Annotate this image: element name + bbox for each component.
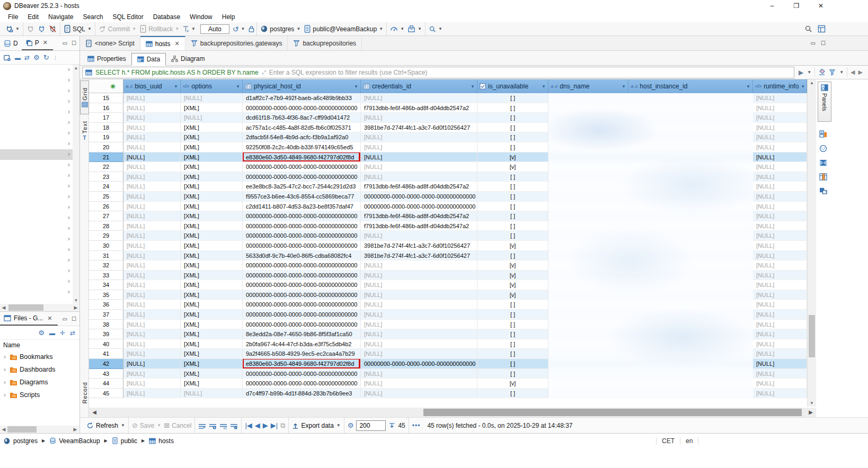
collapse-all-icon[interactable]: ▬ (15, 55, 21, 61)
chevron-right-icon[interactable]: › (68, 108, 70, 115)
cell-physical-host-id[interactable]: 00000000-0000-0000-0000-000000000000 (243, 231, 361, 241)
tree-row[interactable]: › (0, 139, 79, 149)
cell-bios-uuid[interactable]: [NULL] (123, 260, 181, 271)
cell-is-unavailable[interactable]: [v] (477, 379, 548, 389)
chevron-right-icon[interactable]: › (68, 140, 70, 147)
cell-physical-host-id[interactable]: 00000000-0000-0000-0000-000000000000 (243, 271, 361, 281)
tab-projects[interactable]: P ✕ (22, 36, 53, 50)
row-number[interactable]: 36 (89, 300, 123, 310)
files-item-bookmarks[interactable]: ›Bookmarks (0, 350, 79, 363)
cell-runtime-info[interactable]: [NULL] (753, 310, 807, 320)
cell-options[interactable]: [NULL] (181, 113, 243, 123)
chevron-right-icon[interactable]: › (68, 119, 70, 126)
sql-filter-input[interactable]: SELECT h.* FROM public.hosts AS h ORDER … (82, 67, 794, 78)
cell-physical-host-id[interactable]: 00000000-0000-0000-0000-000000000000 (243, 320, 361, 330)
cell-bios-uuid[interactable]: [NULL] (123, 379, 181, 389)
cell-options[interactable]: [XML] (181, 379, 243, 389)
cell-credentials-id[interactable]: [NULL] (361, 379, 477, 389)
cancel-button[interactable]: ⊠ Cancel (164, 421, 191, 429)
chevron-right-icon[interactable]: › (68, 66, 70, 73)
scrollbar-thumb[interactable] (423, 409, 801, 416)
cell-bios-uuid[interactable]: [NULL] (123, 152, 181, 163)
cell-bios-uuid[interactable]: [NULL] (123, 192, 181, 202)
row-number[interactable]: 17 (89, 113, 123, 123)
cell-is-unavailable[interactable]: [ ] (477, 132, 548, 142)
chevron-right-icon[interactable]: › (68, 172, 70, 179)
cell-runtime-info[interactable]: [NULL] (753, 93, 807, 103)
breadcrumb-item-hosts[interactable]: hosts (149, 437, 174, 445)
scroll-down-icon[interactable]: ▼ (73, 297, 79, 304)
column-header-runtime_info[interactable]: </>runtime_info▼ (753, 79, 807, 93)
cell-is-unavailable[interactable]: [ ] (477, 103, 548, 113)
cell-bios-uuid[interactable]: [NULL] (123, 339, 181, 349)
view-menu-icon[interactable]: ⋮ (53, 55, 58, 60)
cell-options[interactable]: [XML] (181, 202, 243, 212)
cell-options[interactable]: [XML] (181, 349, 243, 359)
column-header-dns_name[interactable]: A·Zdns_name▼ (548, 79, 628, 93)
tree-row[interactable]: › (0, 234, 79, 245)
chevron-right-icon[interactable]: › (2, 353, 7, 361)
cell-is-unavailable[interactable]: [ ] (477, 329, 548, 339)
tab-diagram[interactable]: Diagram (166, 52, 210, 65)
chevron-right-icon[interactable]: › (2, 379, 7, 386)
column-filter-icon[interactable]: ▼ (746, 84, 750, 89)
tree-row[interactable]: › (0, 266, 79, 276)
row-number[interactable]: 15 (89, 93, 123, 103)
cell-options[interactable]: [XML] (181, 339, 243, 349)
tree-row[interactable]: › (0, 96, 79, 107)
chevron-right-icon[interactable]: › (68, 161, 70, 168)
cell-physical-host-id[interactable]: e8380e60-3d50-4849-9680-f42797d02f8d (243, 359, 361, 369)
chevron-right-icon[interactable]: › (68, 182, 70, 190)
cell-options[interactable]: [XML] (181, 290, 243, 300)
cell-options[interactable]: [XML] (181, 310, 243, 320)
cell-physical-host-id[interactable]: 92250f08-2c2c-40db-b33f-974149c65ed5 (243, 142, 361, 152)
menu-window[interactable]: Window (185, 12, 217, 22)
cell-options[interactable]: [XML] (181, 162, 243, 172)
scroll-left-icon[interactable]: ◀ (0, 426, 7, 433)
cell-credentials-id[interactable]: [NULL] (361, 162, 477, 172)
connect-button[interactable] (25, 23, 36, 35)
cell-is-unavailable[interactable]: [v] (477, 271, 548, 281)
settings-gear-icon[interactable]: ⚙ (38, 329, 45, 337)
cell-physical-host-id[interactable]: dcd61f18-7b63-4f36-8ac7-cff99d041472 (243, 113, 361, 123)
cell-is-unavailable[interactable]: [ ] (477, 349, 548, 359)
cell-options[interactable]: [XML] (181, 260, 243, 271)
tree-row[interactable]: › (0, 181, 79, 192)
cell-is-unavailable[interactable]: [ ] (477, 123, 548, 133)
value-viewer-icon[interactable] (819, 159, 827, 166)
panel-maximize-icon[interactable]: ☐ (72, 40, 76, 46)
disconnect-button[interactable] (47, 23, 58, 35)
cell-bios-uuid[interactable]: [NULL] (123, 231, 181, 241)
tree-row[interactable]: › (0, 118, 79, 128)
cell-options[interactable]: [XML] (181, 142, 243, 152)
cell-options[interactable]: [XML] (181, 221, 243, 231)
row-number-header[interactable]: ◉ (89, 79, 123, 93)
cell-physical-host-id[interactable]: f9557ce3-b6ee-43c6-8554-cc5869beca77 (243, 192, 361, 202)
row-number[interactable]: 22 (89, 162, 123, 172)
cell-options[interactable]: [NULL] (181, 93, 243, 103)
cell-physical-host-id[interactable]: c2dd1411-b807-4d53-8a23-be8f357daf47 (243, 202, 361, 212)
compare-button[interactable]: ▼ (406, 23, 423, 35)
cell-bios-uuid[interactable]: [NULL] (123, 123, 181, 133)
last-row-icon[interactable]: ▶| (271, 421, 278, 429)
menu-file[interactable]: File (3, 12, 23, 22)
tree-row[interactable]: › (0, 202, 79, 213)
cell-runtime-info[interactable]: [NULL] (753, 202, 807, 212)
collapse-all-icon[interactable]: ▬ (49, 330, 55, 336)
cell-bios-uuid[interactable]: [NULL] (123, 280, 181, 290)
panels-toggle-button[interactable]: Panels (818, 82, 831, 122)
cell-options[interactable]: [XML] (181, 241, 243, 251)
minimize-button[interactable]: – (760, 0, 784, 12)
cell-credentials-id[interactable]: 3981be7d-274f-4fc1-a3c7-6d0f10256427 (361, 241, 477, 251)
cell-credentials-id[interactable]: [NULL] (361, 310, 477, 320)
menu-edit[interactable]: Edit (23, 12, 43, 22)
language-indicator[interactable]: en (680, 437, 698, 445)
close-icon[interactable]: ✕ (46, 315, 54, 322)
navigator-horizontal-scrollbar[interactable]: ◀ ▶ (0, 304, 79, 311)
cell-credentials-id[interactable]: 00000000-0000-0000-0000-000000000000 (361, 359, 477, 369)
cell-is-unavailable[interactable]: [ ] (477, 93, 548, 103)
cell-options[interactable]: [XML] (181, 182, 243, 192)
row-number[interactable]: 42 (89, 359, 123, 369)
tree-row[interactable]: › (0, 170, 79, 181)
cell-credentials-id[interactable]: [NULL] (361, 369, 477, 379)
